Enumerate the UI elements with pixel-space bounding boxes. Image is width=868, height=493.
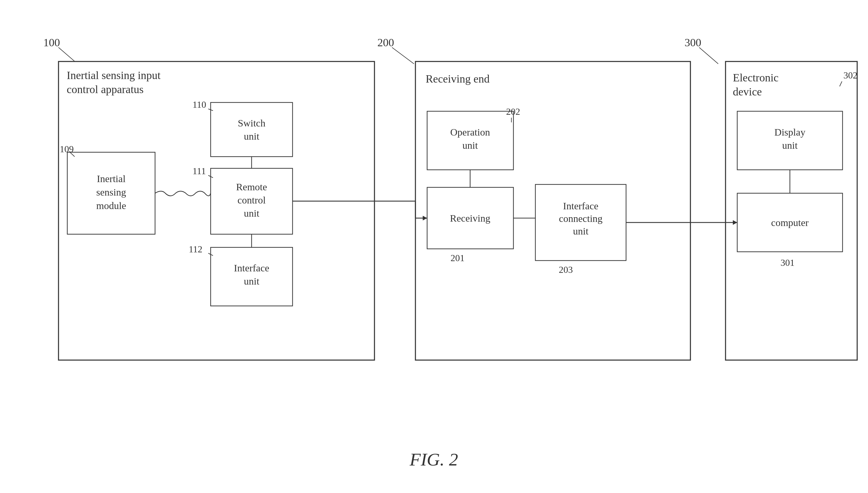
fig-label: FIG. 2: [409, 449, 458, 469]
display-unit-text1: Display: [774, 127, 805, 137]
ref-label-110: 110: [192, 99, 206, 110]
remote-control-unit-text2: control: [237, 195, 266, 206]
switch-unit-text2: unit: [244, 131, 259, 142]
inertial-sensing-module-text2: sensing: [96, 187, 126, 198]
computer-text: computer: [771, 217, 809, 228]
switch-unit-box: [211, 103, 293, 157]
interface-unit-text2: unit: [244, 276, 259, 286]
interface-connecting-unit-text2: connecting: [559, 213, 602, 224]
operation-unit-text2: unit: [462, 140, 478, 151]
interface-unit-text1: Interface: [234, 263, 270, 274]
ref-label-112: 112: [189, 244, 202, 254]
ref-label-100: 100: [43, 36, 60, 49]
receiving-text: Receiving: [450, 213, 490, 224]
ref-label-302: 302: [843, 70, 858, 81]
inertial-sensing-module-text1: Inertial: [97, 173, 125, 184]
box300-label-1: Electronic: [733, 71, 778, 84]
ref-label-200: 200: [378, 36, 394, 49]
display-unit-text2: unit: [782, 140, 798, 151]
box200-label: Receiving end: [426, 72, 489, 85]
ref-label-203: 203: [559, 264, 573, 275]
inertial-sensing-module-text3: module: [96, 200, 126, 211]
remote-control-unit-text1: Remote: [236, 181, 267, 192]
interface-connecting-unit-text3: unit: [573, 226, 589, 237]
switch-unit-text1: Switch: [238, 118, 265, 129]
remote-control-unit-text3: unit: [244, 208, 259, 219]
ref-label-300: 300: [685, 36, 701, 49]
ref-label-111: 111: [192, 166, 206, 176]
ref-label-202: 202: [506, 106, 520, 117]
box100-label-1: Inertial sensing input: [67, 69, 161, 81]
box300-label-2: device: [733, 85, 762, 98]
operation-unit-text1: Operation: [450, 127, 490, 137]
box100-label-2: control apparatus: [67, 83, 144, 95]
ref-label-301: 301: [780, 257, 795, 268]
ref-label-109: 109: [60, 144, 74, 154]
ref-label-201: 201: [451, 253, 464, 263]
interface-connecting-unit-text1: Interface: [563, 200, 598, 211]
